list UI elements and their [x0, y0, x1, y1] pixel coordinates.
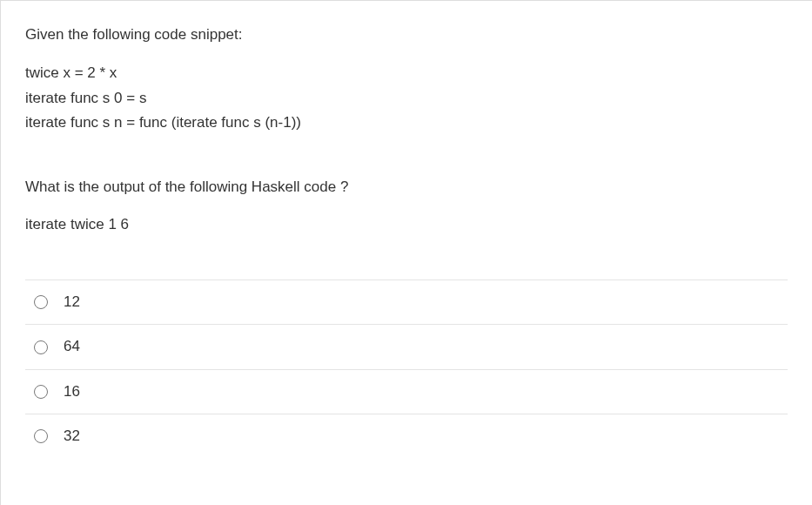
- option-row[interactable]: 64: [25, 325, 788, 369]
- radio-icon[interactable]: [34, 385, 48, 399]
- option-label: 16: [64, 380, 80, 403]
- code-line-1: twice x = 2 * x: [25, 62, 788, 84]
- option-label: 32: [64, 425, 80, 448]
- option-label: 12: [64, 291, 80, 313]
- question-intro: Given the following code snippet:: [25, 24, 788, 46]
- radio-icon[interactable]: [34, 429, 48, 443]
- option-row[interactable]: 12: [25, 280, 788, 325]
- code-line-3: iterate func s n = func (iterate func s …: [25, 111, 788, 134]
- question-body: Given the following code snippet: twice …: [1, 1, 812, 279]
- question-prompt: What is the output of the following Hask…: [25, 176, 788, 199]
- radio-icon[interactable]: [34, 340, 48, 354]
- question-call: iterate twice 1 6: [25, 213, 788, 236]
- radio-icon[interactable]: [34, 295, 48, 309]
- option-row[interactable]: 32: [25, 414, 788, 458]
- code-line-2: iterate func s 0 = s: [25, 87, 788, 110]
- options-list: 12 64 16 32: [1, 280, 812, 458]
- option-row[interactable]: 16: [25, 370, 788, 414]
- question-container: Given the following code snippet: twice …: [0, 0, 812, 505]
- option-label: 64: [64, 335, 80, 358]
